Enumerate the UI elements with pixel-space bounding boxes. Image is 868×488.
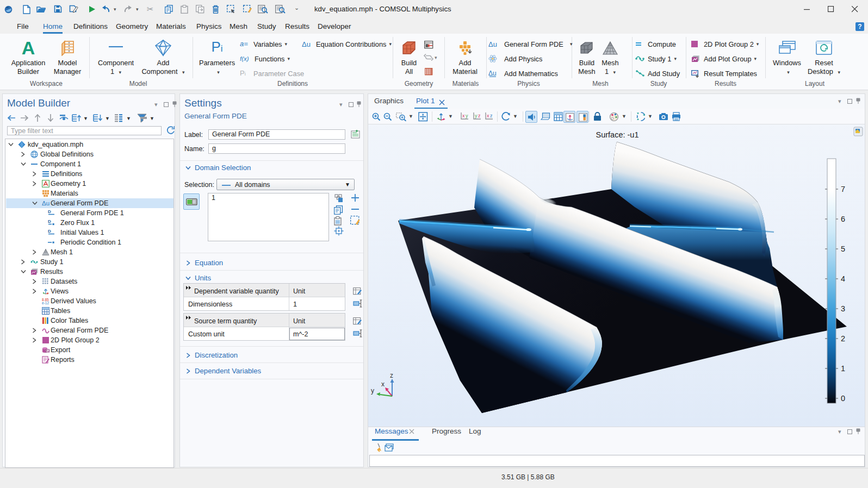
svg-text:6: 6 bbox=[841, 215, 845, 223]
svg-text:z: z bbox=[390, 372, 393, 379]
svg-text:7: 7 bbox=[841, 185, 845, 193]
svg-text:Δu: Δu bbox=[488, 70, 497, 77]
svg-text:D: D bbox=[48, 229, 51, 234]
svg-text:y: y bbox=[371, 387, 374, 395]
svg-text:Pi: Pi bbox=[240, 70, 246, 77]
svg-text:3: 3 bbox=[841, 304, 845, 313]
svg-text:z: z bbox=[478, 113, 481, 118]
svg-text:Δu: Δu bbox=[488, 40, 497, 48]
svg-text:y: y bbox=[475, 113, 478, 118]
svg-text:Δu: Δu bbox=[42, 200, 49, 207]
svg-text:Δu: Δu bbox=[302, 40, 311, 48]
svg-text:4: 4 bbox=[841, 274, 845, 283]
svg-text:y: y bbox=[466, 113, 468, 118]
svg-text:D: D bbox=[48, 209, 51, 214]
svg-text:x: x bbox=[381, 380, 385, 388]
svg-text:1: 1 bbox=[841, 364, 845, 373]
svg-text:x: x bbox=[487, 113, 489, 118]
svg-text:Surface: -u1: Surface: -u1 bbox=[596, 130, 639, 139]
svg-text:5: 5 bbox=[841, 245, 845, 253]
svg-text:e-12: e-12 bbox=[42, 301, 49, 305]
svg-text:0: 0 bbox=[841, 394, 845, 403]
svg-text:x: x bbox=[462, 113, 465, 118]
svg-text:2: 2 bbox=[841, 334, 845, 343]
svg-text:f(x): f(x) bbox=[240, 55, 249, 62]
svg-text:a=: a= bbox=[240, 40, 248, 48]
svg-text:z: z bbox=[490, 113, 493, 118]
svg-text:D: D bbox=[48, 219, 51, 224]
